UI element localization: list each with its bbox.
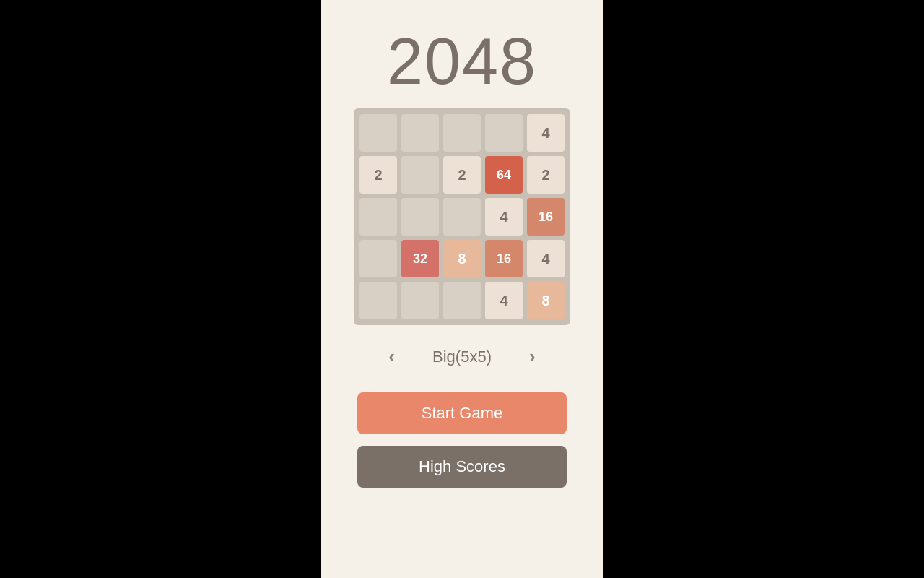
board-cell: 4 — [527, 114, 565, 152]
game-board-wrapper: 42264241632816448 — [354, 108, 570, 325]
board-cell: 4 — [485, 198, 523, 236]
board-cell — [359, 282, 397, 319]
board-cell — [359, 114, 397, 152]
board-cell: 2 — [443, 156, 481, 194]
prev-mode-button[interactable]: ‹ — [383, 342, 401, 371]
board-cell — [443, 282, 481, 319]
board-cell: 8 — [527, 282, 565, 319]
board-cell — [359, 240, 397, 277]
board-cell: 2 — [527, 156, 565, 194]
board-cell — [401, 114, 439, 152]
board-cell — [485, 114, 523, 152]
board-cell — [401, 282, 439, 319]
high-scores-button[interactable]: High Scores — [357, 446, 567, 488]
board-cell: 16 — [527, 198, 565, 236]
board-cell — [401, 156, 439, 194]
board-cell: 8 — [443, 240, 481, 277]
mode-selector: ‹ Big(5x5) › — [383, 342, 541, 371]
board-cell: 4 — [485, 282, 523, 319]
board-cell — [401, 198, 439, 236]
game-board: 42264241632816448 — [359, 114, 565, 319]
board-cell — [359, 198, 397, 236]
board-cell: 64 — [485, 156, 523, 194]
game-title: 2048 — [387, 29, 537, 94]
mode-label: Big(5x5) — [415, 348, 509, 366]
start-game-button[interactable]: Start Game — [357, 392, 567, 434]
board-cell: 16 — [485, 240, 523, 277]
next-mode-button[interactable]: › — [523, 342, 541, 371]
board-cell — [443, 198, 481, 236]
board-cell — [443, 114, 481, 152]
board-cell: 4 — [527, 240, 565, 277]
board-cell: 2 — [359, 156, 397, 194]
board-cell: 32 — [401, 240, 439, 277]
app-container: 2048 42264241632816448 ‹ Big(5x5) › Star… — [321, 0, 603, 578]
